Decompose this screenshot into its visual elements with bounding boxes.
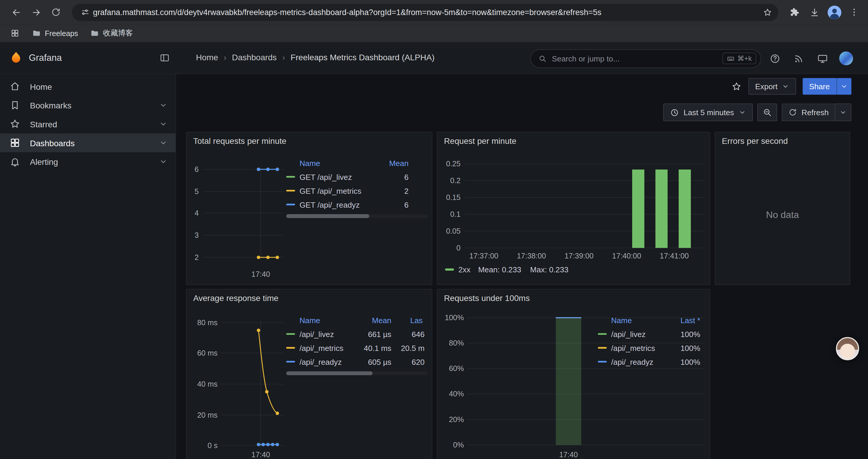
svg-text:0.05: 0.05	[446, 227, 461, 235]
address-bar[interactable]: grafana.mathmast.com/d/deytv4rwavabkb/fr…	[72, 4, 778, 21]
sidebar-item-alerting[interactable]: Alerting	[0, 152, 176, 171]
sidebar-item-label: Dashboards	[30, 138, 75, 147]
svg-text:80%: 80%	[449, 339, 464, 347]
series-color-icon	[598, 347, 607, 349]
news-icon[interactable]	[793, 53, 804, 64]
sidebar-item-dashboards[interactable]: Dashboards	[0, 133, 176, 153]
search-input[interactable]: Search or jump to... ⌘+k	[530, 49, 761, 68]
svg-text:4: 4	[195, 209, 199, 217]
chevron-down-icon[interactable]	[159, 120, 168, 129]
svg-text:20 ms: 20 ms	[197, 411, 218, 419]
user-avatar[interactable]	[839, 52, 853, 65]
legend-item[interactable]: /api/_metrics40.1 ms20.5 m	[286, 341, 425, 355]
legend-cell: 620	[396, 357, 425, 366]
svg-text:40 ms: 40 ms	[197, 380, 218, 388]
chart: 0.250.20.150.10.05017:37:0017:38:0017:39…	[437, 132, 710, 285]
series-color-icon	[286, 203, 295, 205]
legend-cell: GET /api/_metrics	[300, 186, 386, 195]
legend-item[interactable]: /api/_readyz100%	[598, 355, 701, 369]
panel-title[interactable]: Errors per second	[715, 132, 795, 149]
svg-text:17:37:00: 17:37:00	[469, 252, 498, 260]
legend-item[interactable]: 2xxMean: 0.233Max: 0.233	[445, 265, 577, 274]
sidebar-item-label: Starred	[30, 119, 57, 129]
sidebar-item-home[interactable]: Home	[0, 77, 176, 96]
svg-text:0.2: 0.2	[450, 176, 461, 185]
svg-text:0.1: 0.1	[450, 210, 461, 218]
legend-header: NameLast *	[598, 314, 701, 327]
assistant-avatar[interactable]	[836, 337, 859, 360]
series-mean: Mean: 0.233	[478, 265, 521, 274]
legend-cell: 6	[386, 172, 409, 182]
back-icon[interactable]	[6, 3, 25, 22]
forward-icon[interactable]	[27, 3, 45, 22]
bookmark-label: Freeleaps	[45, 29, 78, 37]
downloads-icon[interactable]	[805, 3, 824, 22]
legend-cell: /api/_livez	[611, 330, 674, 338]
series-color-icon	[286, 347, 295, 349]
extensions-icon[interactable]	[785, 3, 804, 22]
breadcrumb-item-current: Freeleaps Metrics Dashboard (ALPHA)	[291, 53, 435, 62]
series-color-icon	[286, 176, 295, 178]
bookmark-item-favorites[interactable]: 收藏博客	[86, 27, 137, 40]
browser-profile-avatar[interactable]	[825, 3, 844, 22]
sidebar-item-starred[interactable]: Starred	[0, 114, 176, 133]
series-color-icon	[286, 333, 295, 335]
legend-header: NameMean	[286, 157, 409, 170]
browser-menu-icon[interactable]	[845, 3, 864, 22]
svg-text:2: 2	[195, 253, 199, 261]
svg-text:0.25: 0.25	[446, 160, 461, 168]
screen: grafana.mathmast.com/d/deytv4rwavabkb/fr…	[0, 0, 868, 459]
panel-request-per-minute: Request per minute0.250.20.150.10.05017:…	[437, 132, 710, 285]
folder-icon	[32, 29, 41, 37]
search-icon	[538, 54, 547, 63]
legend-cell: Mean	[386, 159, 409, 168]
svg-text:80 ms: 80 ms	[197, 319, 218, 327]
series-color-icon	[286, 190, 295, 192]
reload-icon[interactable]	[46, 3, 65, 22]
svg-text:5: 5	[195, 187, 199, 196]
chevron-down-icon[interactable]	[159, 101, 168, 109]
series-color-icon	[445, 268, 454, 270]
legend-scrollbar[interactable]	[286, 371, 428, 375]
sidebar-item-bookmarks[interactable]: Bookmarks	[0, 96, 176, 114]
legend-item[interactable]: GET /api/_livez6	[286, 170, 409, 184]
legend-cell: 605 µs	[355, 357, 392, 366]
breadcrumb-separator: ›	[224, 53, 226, 62]
dock-menu-icon[interactable]	[159, 53, 170, 63]
bookmark-items: Freeleaps收藏博客	[28, 27, 137, 40]
legend-item[interactable]: /api/_livez100%	[598, 327, 701, 341]
grafana-logo[interactable]	[9, 51, 23, 65]
site-info-icon[interactable]	[78, 4, 93, 20]
help-icon[interactable]	[769, 53, 780, 64]
chevron-down-icon[interactable]	[159, 157, 168, 166]
bell-icon	[9, 156, 20, 167]
bookmark-star-icon[interactable]	[760, 4, 775, 20]
panel-grid: Total requests per minute6543217:40NameM…	[177, 74, 868, 459]
bookmarks-bar: Freeleaps收藏博客	[0, 24, 868, 42]
display-icon[interactable]	[817, 53, 828, 64]
breadcrumb-item-dashboards[interactable]: Dashboards	[232, 53, 277, 62]
legend-cell: 40.1 ms	[355, 343, 392, 352]
svg-text:17:40:00: 17:40:00	[612, 252, 641, 260]
series-color-icon	[598, 333, 607, 335]
series-max: Max: 0.233	[530, 265, 568, 274]
svg-text:0%: 0%	[453, 441, 464, 449]
bookmark-label: 收藏博客	[103, 28, 133, 38]
svg-text:17:39:00: 17:39:00	[565, 252, 593, 260]
legend-item[interactable]: GET /api/_metrics2	[286, 184, 409, 198]
breadcrumb-item-home[interactable]: Home	[196, 53, 218, 62]
legend-item[interactable]: GET /api/_readyz6	[286, 198, 409, 211]
chevron-down-icon[interactable]	[159, 138, 168, 147]
svg-text:17:41:00: 17:41:00	[660, 252, 689, 260]
legend-cell: Name	[300, 316, 355, 325]
bookmark-item-freeleaps[interactable]: Freeleaps	[28, 27, 83, 40]
legend-item[interactable]: /api/_livez661 µs646	[286, 327, 425, 341]
legend-item[interactable]: /api/_readyz605 µs620	[286, 355, 425, 369]
apps-grid-icon	[9, 137, 20, 148]
legend-scrollbar[interactable]	[286, 214, 428, 218]
panel-requests-under-100ms: Requests under 100ms100%80%60%40%20%0%17…	[437, 289, 710, 459]
svg-text:100%: 100%	[445, 314, 464, 322]
apps-grid-icon[interactable]	[8, 26, 22, 40]
legend-item[interactable]: /api/_metrics100%	[598, 341, 701, 355]
home-icon	[9, 81, 20, 92]
